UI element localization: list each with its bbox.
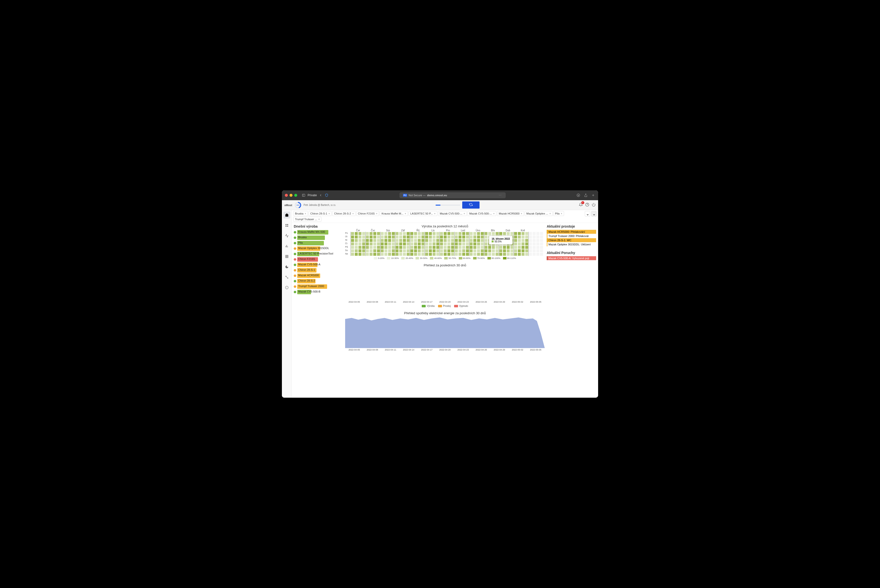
heatmap-cell[interactable] [447,246,451,249]
heatmap-cell[interactable] [466,232,469,235]
tab-0[interactable]: Bruska× [293,211,308,216]
heatmap-cell[interactable] [381,246,384,249]
heatmap-cell[interactable] [492,246,495,249]
heatmap-cell[interactable] [381,235,384,239]
nav-table[interactable] [283,253,290,260]
heatmap-cell[interactable] [469,235,473,239]
heatmap-cell[interactable] [447,232,451,235]
nav-home[interactable] [283,212,290,219]
area-chart[interactable] [345,316,545,348]
heatmap-cell[interactable] [410,232,414,235]
heatmap-cell[interactable] [395,252,399,256]
heatmap-cell[interactable] [429,252,432,256]
heatmap-cell[interactable] [388,235,391,239]
heatmap-cell[interactable] [351,252,354,256]
heatmap-cell[interactable] [421,232,425,235]
heatmap-cell[interactable] [444,249,447,252]
heatmap-cell[interactable] [355,242,358,246]
heatmap-cell[interactable] [425,232,429,235]
close-window[interactable] [285,194,288,197]
heatmap-cell[interactable] [418,246,421,249]
heatmap-cell[interactable] [425,235,429,239]
heatmap-cell[interactable] [358,235,362,239]
heatmap-cell[interactable] [507,252,510,256]
heatmap-cell[interactable] [366,252,369,256]
heatmap-cell[interactable] [540,249,543,252]
heatmap-cell[interactable] [369,252,373,256]
heatmap-cell[interactable] [536,252,540,256]
heatmap-cell[interactable] [373,232,376,235]
url-bar[interactable]: PJ Not Secure — demo.xmost.eu ⋯ [400,192,506,198]
heatmap-cell[interactable] [517,249,521,252]
heatmap-cell[interactable] [444,246,447,249]
heatmap-cell[interactable] [495,249,499,252]
heatmap-cell[interactable] [388,246,391,249]
heatmap-cell[interactable] [366,246,369,249]
tab-5[interactable]: LASERTEC 50 P...× [409,211,437,216]
heatmap-cell[interactable] [421,235,425,239]
tab-close-icon[interactable]: × [521,212,522,215]
shield-icon[interactable] [325,193,329,197]
heatmap-cell[interactable] [369,249,373,252]
heatmap-cell[interactable] [540,242,543,246]
heatmap-cell[interactable] [473,246,477,249]
heatmap-cell[interactable] [432,232,436,235]
heatmap-cell[interactable] [466,246,469,249]
heatmap-cell[interactable] [436,252,439,256]
tab-1[interactable]: Chiron 28-S-1× [308,211,331,216]
heatmap-cell[interactable] [466,235,469,239]
heatmap-cell[interactable] [410,249,414,252]
heatmap-cell[interactable] [377,235,380,239]
heatmap-cell[interactable] [406,242,410,246]
heatmap-cell[interactable] [395,242,399,246]
heatmap-cell[interactable] [447,235,451,239]
production-row[interactable]: LASERTEC 50 PrecisionTool [294,252,343,256]
heatmap-cell[interactable] [462,239,465,242]
heatmap-cell[interactable] [533,249,536,252]
heatmap-cell[interactable] [384,239,388,242]
heatmap-cell[interactable] [462,252,465,256]
heatmap-cell[interactable] [507,232,510,235]
heatmap-cell[interactable] [432,249,436,252]
heatmap-cell[interactable] [488,249,491,252]
heatmap-cell[interactable] [436,246,439,249]
heatmap-cell[interactable] [429,242,432,246]
heatmap-cell[interactable] [517,235,521,239]
heatmap-cell[interactable] [440,232,443,235]
heatmap-cell[interactable] [454,239,458,242]
tab-close-icon[interactable]: × [376,212,378,215]
heatmap-cell[interactable] [384,235,388,239]
production-row[interactable]: Mazak CV5-500-A [294,262,343,267]
heatmap-cell[interactable] [399,239,402,242]
heatmap-cell[interactable] [366,249,369,252]
heatmap-cell[interactable] [444,239,447,242]
heatmap-cell[interactable] [477,232,480,235]
heatmap-cell[interactable] [362,242,366,246]
heatmap-cell[interactable] [525,242,528,246]
nav-pie[interactable] [283,263,290,270]
heatmap-cell[interactable] [362,235,366,239]
reader-icon[interactable]: ⋯ [498,193,502,197]
download-icon[interactable] [576,193,580,197]
heatmap-cell[interactable] [373,252,376,256]
heatmap-cell[interactable] [517,242,521,246]
heatmap-cell[interactable] [462,246,465,249]
heatmap-cell[interactable] [395,246,399,249]
heatmap-cell[interactable] [444,252,447,256]
production-row[interactable]: Chiron 28-S-2 [294,279,343,284]
heatmap-cell[interactable] [414,239,417,242]
heatmap-cell[interactable] [388,239,391,242]
heatmap-cell[interactable] [517,232,521,235]
heatmap-cell[interactable] [484,239,488,242]
heatmap-cell[interactable] [447,242,451,246]
heatmap-cell[interactable] [399,242,402,246]
heatmap-cell[interactable] [529,232,532,235]
heatmap-cell[interactable] [533,252,536,256]
new-tab-icon[interactable] [591,193,595,197]
heatmap-cell[interactable] [510,232,514,235]
heatmap-cell[interactable] [454,242,458,246]
heatmap-cell[interactable] [395,235,399,239]
heatmap-cell[interactable] [514,249,517,252]
heatmap-cell[interactable] [484,252,488,256]
heatmap-cell[interactable] [451,249,454,252]
